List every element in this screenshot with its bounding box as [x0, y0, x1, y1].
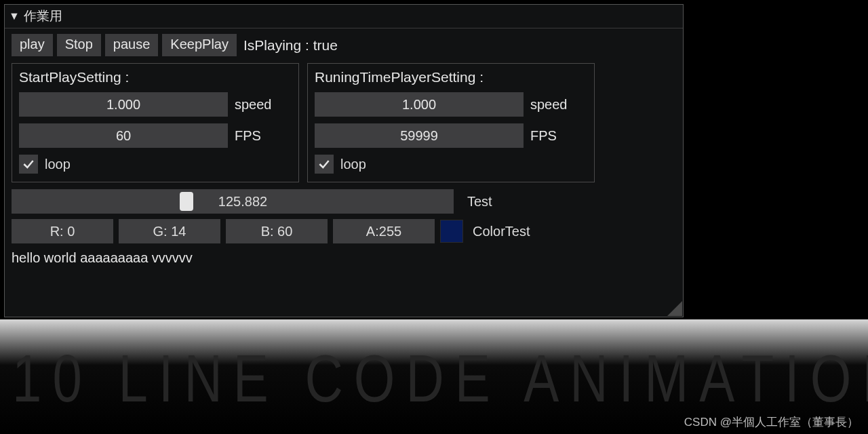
resize-grip-icon[interactable]	[667, 301, 682, 316]
run-speed-label: speed	[530, 97, 568, 113]
runtime-player-setting-panel: RuningTimePlayerSetting : 1.000 speed 59…	[307, 63, 595, 182]
slider-value: 125.882	[218, 194, 267, 210]
start-fps-label: FPS	[235, 128, 261, 144]
stop-button[interactable]: Stop	[57, 34, 101, 56]
start-play-setting-panel: StartPlaySetting : 1.000 speed 60 FPS lo…	[12, 63, 299, 182]
test-slider-label: Test	[467, 194, 492, 210]
settings-panels: StartPlaySetting : 1.000 speed 60 FPS lo…	[12, 63, 676, 182]
collapse-triangle-icon[interactable]: ▼	[9, 10, 20, 22]
play-button[interactable]: play	[12, 34, 53, 56]
run-fps-label: FPS	[530, 128, 557, 144]
banner-credit: CSDN @半個人工作室（董事長）	[684, 414, 859, 430]
window-body: play Stop pause KeepPlay IsPlaying : tru…	[5, 28, 683, 273]
check-icon	[317, 157, 331, 171]
isplaying-status: IsPlaying : true	[243, 37, 338, 54]
playback-toolbar: play Stop pause KeepPlay IsPlaying : tru…	[12, 34, 676, 56]
test-slider-row: 125.882 Test	[12, 189, 676, 214]
color-r-field[interactable]: R: 0	[12, 219, 113, 243]
run-speed-input[interactable]: 1.000	[315, 92, 524, 117]
debug-window: ▼ 作業用 play Stop pause KeepPlay IsPlaying…	[4, 4, 684, 317]
colortest-label: ColorTest	[473, 224, 530, 239]
start-loop-label: loop	[45, 157, 71, 172]
start-panel-title: StartPlaySetting :	[19, 69, 292, 85]
window-title: 作業用	[24, 7, 62, 25]
run-fps-input[interactable]: 59999	[315, 123, 524, 148]
color-g-field[interactable]: G: 14	[119, 219, 220, 243]
color-b-field[interactable]: B: 60	[226, 219, 328, 243]
pause-button[interactable]: pause	[105, 34, 159, 56]
check-icon	[22, 157, 35, 171]
start-speed-input[interactable]: 1.000	[19, 92, 228, 117]
run-panel-title: RuningTimePlayerSetting :	[315, 69, 587, 85]
test-slider[interactable]: 125.882	[12, 189, 454, 214]
run-loop-checkbox[interactable]	[315, 155, 334, 174]
colortest-row: R: 0 G: 14 B: 60 A:255 ColorTest	[12, 219, 676, 243]
hello-message: hello world aaaaaaaaa vvvvvv	[12, 250, 676, 266]
window-titlebar[interactable]: ▼ 作業用	[5, 5, 683, 28]
start-loop-checkbox[interactable]	[19, 155, 38, 174]
start-speed-label: speed	[235, 97, 272, 113]
keepplay-button[interactable]: KeepPlay	[162, 34, 237, 56]
color-swatch[interactable]	[440, 220, 463, 243]
slider-thumb[interactable]	[180, 192, 193, 211]
start-fps-input[interactable]: 60	[19, 123, 228, 148]
color-a-field[interactable]: A:255	[333, 219, 435, 243]
banner-title: 10 LINE CODE ANIMATION SYSTEM	[12, 340, 868, 418]
run-loop-label: loop	[340, 157, 366, 172]
